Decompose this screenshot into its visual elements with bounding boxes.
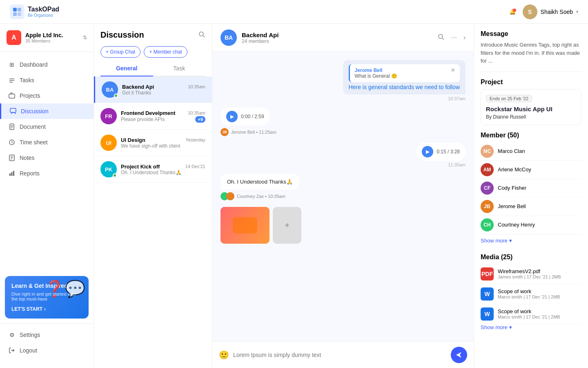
promo-button[interactable]: LET'S START › bbox=[11, 306, 82, 312]
header: TaskOPad Be Organized 🔔 S Shaikh Soeb ▾ bbox=[0, 0, 588, 24]
sidebar-item-timesheet[interactable]: Time sheet bbox=[0, 135, 94, 150]
chat-actions: + Group Chat + Member chat bbox=[94, 43, 212, 61]
chat-preview: Please prvoide APIs bbox=[121, 117, 165, 122]
notification-dot bbox=[513, 9, 516, 12]
sidebar-item-discussion[interactable]: Discussion bbox=[0, 103, 94, 119]
message-section-title: Message bbox=[481, 30, 581, 38]
member-avatar: MC bbox=[481, 145, 494, 158]
discussion-icon bbox=[9, 108, 17, 115]
chat-search-button[interactable] bbox=[437, 33, 445, 42]
chat-item[interactable]: UI UI Design Yesterday We have sign-off … bbox=[94, 130, 212, 156]
add-member-chat-button[interactable]: + Member chat bbox=[144, 46, 187, 58]
org-header: A Apple Ltd Inc. 35 Members ⇅ bbox=[0, 30, 94, 52]
sidebar-item-tasks[interactable]: Tasks bbox=[0, 72, 94, 88]
chat-item[interactable]: FR Frontend Develpment 10:35am Please pr… bbox=[94, 103, 212, 130]
chat-time: 14 Dec'21 bbox=[185, 164, 205, 169]
media-info: Scope of work Marco smith | 17 Dec '21 |… bbox=[498, 288, 560, 299]
user-menu[interactable]: S Shaikh Soeb ▾ bbox=[523, 4, 578, 19]
pdf-icon: PDF bbox=[481, 267, 494, 280]
svg-rect-21 bbox=[11, 172, 13, 176]
tab-general[interactable]: General bbox=[100, 61, 153, 76]
messages: Jerome Bell ✕ What is General 🙂 Here is … bbox=[212, 52, 474, 341]
promo-box: ❓💬 Learn & Get Inspired Dive right in an… bbox=[5, 276, 89, 319]
discussion-search-button[interactable] bbox=[198, 31, 205, 39]
arrow-right-icon: › bbox=[44, 306, 46, 312]
notes-icon bbox=[8, 154, 16, 162]
svg-rect-2 bbox=[13, 12, 17, 16]
sidebar: A Apple Ltd Inc. 35 Members ⇅ ⊞ Dashboar… bbox=[0, 24, 94, 368]
app-title: TaskOPad bbox=[28, 6, 59, 13]
add-group-chat-button[interactable]: + Group Chat bbox=[100, 46, 140, 58]
svg-line-15 bbox=[12, 142, 13, 143]
sidebar-item-document[interactable]: Document bbox=[0, 119, 94, 135]
media-item: W Scope of work Marco smith | 17 Dec '21… bbox=[481, 304, 581, 324]
app-subtitle: Be Organized bbox=[28, 13, 59, 18]
member-row: AM Arlene McCoy bbox=[481, 161, 581, 179]
play-button[interactable]: ▶ bbox=[226, 111, 238, 122]
chat-list: BA Backend Api 10:35am Got it Thanks FR bbox=[94, 76, 212, 368]
discussion-title: Discussion bbox=[100, 30, 144, 40]
emoji-button[interactable]: 🙂 bbox=[219, 350, 229, 360]
audio-duration: 0:15 / 3:28 bbox=[437, 149, 460, 155]
sidebar-item-reports[interactable]: Reports bbox=[0, 166, 94, 181]
svg-rect-7 bbox=[9, 94, 15, 98]
expand-icon[interactable]: ⇅ bbox=[83, 35, 87, 40]
message-bubble: ▶ 0:00 / 2:59 JB Jerome Bell • 11:25am bbox=[220, 108, 355, 136]
svg-line-27 bbox=[203, 36, 205, 37]
play-button[interactable]: ▶ bbox=[422, 146, 433, 157]
media-info: Scope of work Marco smith | 17 Dec '21 |… bbox=[498, 308, 560, 319]
org-name: Apple Ltd Inc. bbox=[25, 32, 79, 38]
message-text: Here is general standards we need to fol… bbox=[349, 84, 460, 90]
chat-time: 10:35am bbox=[188, 84, 205, 89]
logout-icon bbox=[8, 347, 16, 354]
add-image-button[interactable]: + bbox=[273, 207, 301, 244]
sidebar-item-notes[interactable]: Notes bbox=[0, 150, 94, 166]
show-more-media-button[interactable]: Show more ▾ bbox=[481, 324, 512, 330]
image-attachments: + bbox=[220, 207, 466, 244]
svg-rect-20 bbox=[9, 173, 11, 176]
chat-item[interactable]: PK Project Kick off 14 Dec'21 Oh. I Unde… bbox=[94, 156, 212, 183]
members-section-title: Member (50) bbox=[481, 132, 581, 139]
chat-avatar: FR bbox=[100, 108, 117, 124]
file-name: WireframesV2.pdf bbox=[498, 268, 561, 274]
more-options-button[interactable]: ··· bbox=[451, 34, 457, 41]
close-icon[interactable]: ✕ bbox=[451, 67, 455, 73]
chat-name: UI Design bbox=[121, 137, 145, 143]
svg-line-29 bbox=[442, 38, 444, 40]
sender-row: JB Jerome Bell • 11:25am bbox=[220, 128, 276, 136]
send-button[interactable] bbox=[451, 347, 467, 363]
tasks-icon bbox=[8, 76, 16, 84]
sidebar-item-projects[interactable]: Projects bbox=[0, 88, 94, 103]
notification-button[interactable]: 🔔 bbox=[509, 9, 516, 15]
logo-text: TaskOPad Be Organized bbox=[28, 6, 59, 18]
sidebar-bottom: ⚙ Settings Logout bbox=[0, 323, 94, 361]
member-avatar: CH bbox=[481, 218, 494, 231]
avatar bbox=[226, 192, 234, 200]
member-row: CH Courtney Henry bbox=[481, 216, 581, 234]
online-indicator bbox=[114, 94, 118, 98]
logo: TaskOPad Be Organized bbox=[10, 4, 59, 19]
sidebar-item-settings[interactable]: ⚙ Settings bbox=[0, 327, 94, 343]
sidebar-item-dashboard[interactable]: ⊞ Dashboard bbox=[0, 57, 94, 72]
chat-header-right: ··· › bbox=[437, 33, 466, 42]
media-item: W Scope of work Marco smith | 17 Dec '21… bbox=[481, 284, 581, 304]
chat-info: Project Kick off 14 Dec'21 Oh. I Underst… bbox=[121, 164, 205, 175]
user-name: Shaikh Soeb bbox=[541, 9, 573, 15]
message-time: 10:37am bbox=[343, 96, 466, 101]
svg-rect-3 bbox=[18, 12, 21, 16]
image-thumbnail bbox=[220, 207, 270, 244]
org-avatar: A bbox=[7, 30, 21, 45]
message-bubble: ▶ 0:15 / 3:28 11:35am bbox=[416, 143, 466, 167]
expand-chat-button[interactable]: › bbox=[463, 34, 466, 41]
tab-task[interactable]: Task bbox=[153, 61, 206, 76]
chat-header-left: BA Backend Api 24 members bbox=[220, 29, 278, 46]
sidebar-item-logout[interactable]: Logout bbox=[0, 343, 94, 358]
chat-name: Backend Api bbox=[122, 84, 154, 90]
chat-item[interactable]: BA Backend Api 10:35am Got it Thanks bbox=[94, 76, 212, 103]
message-input[interactable] bbox=[233, 352, 447, 358]
settings-icon: ⚙ bbox=[8, 331, 16, 339]
audio-player: ▶ 0:15 / 3:28 bbox=[416, 143, 466, 161]
chat-preview: Oh. I Understood Thanks🙏 bbox=[121, 170, 205, 175]
chat-preview: Got it Thanks bbox=[122, 90, 205, 96]
show-more-members-button[interactable]: Show more ▾ bbox=[481, 238, 512, 244]
